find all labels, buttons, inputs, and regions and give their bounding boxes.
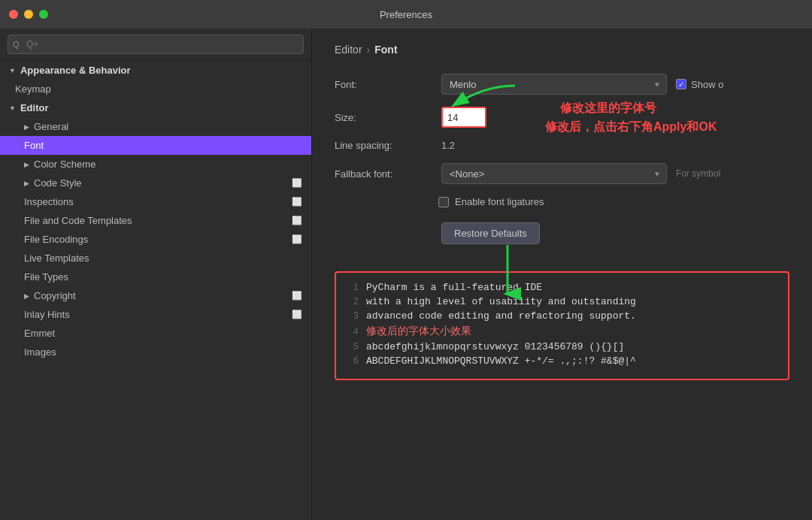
line-spacing-row: Line spacing: 1.2 — [335, 140, 789, 151]
preview-line-1: 1 PyCharm is a full-featured IDE — [348, 282, 776, 293]
breadcrumb: Editor › Font — [335, 44, 789, 56]
sidebar-item-font[interactable]: Font — [0, 136, 311, 155]
ligatures-row: Enable font ligatures — [335, 196, 789, 207]
sidebar-item-copyright[interactable]: ▶ Copyright ⬜ — [0, 286, 311, 305]
minimize-button[interactable] — [24, 10, 33, 19]
preview-box: 1 PyCharm is a full-featured IDE 2 with … — [335, 271, 789, 380]
sidebar-item-code-style[interactable]: ▶ Code Style ⬜ — [0, 174, 311, 192]
sidebar-item-emmet[interactable]: Emmet — [0, 324, 311, 343]
show-checkbox-area: ✓ Show o — [676, 79, 723, 90]
for-symbol-text: For symbol — [676, 168, 720, 179]
checkmark-icon: ✓ — [678, 80, 684, 89]
window-title: Preferences — [380, 9, 432, 20]
sidebar-item-inspections[interactable]: Inspections ⬜ — [0, 192, 311, 211]
fallback-label: Fallback font: — [335, 168, 432, 180]
sidebar: Q ▼ Appearance & Behavior Keymap ▼ Edito… — [0, 29, 312, 520]
sidebar-item-file-code-templates[interactable]: File and Code Templates ⬜ — [0, 211, 311, 230]
font-select-wrapper: Menlo ▼ — [441, 74, 667, 95]
preview-line-3: 3 advanced code editing and refactoring … — [348, 310, 776, 322]
copy-icon: ⬜ — [292, 310, 302, 319]
font-row: Font: Menlo ▼ ✓ Show o — [335, 74, 789, 95]
maximize-button[interactable] — [39, 10, 48, 19]
sidebar-item-file-types[interactable]: File Types — [0, 268, 311, 286]
expand-icon: ▶ — [24, 292, 29, 300]
sidebar-item-general[interactable]: ▶ General — [0, 117, 311, 136]
copy-icon: ⬜ — [292, 234, 302, 244]
window-controls — [9, 10, 48, 19]
size-label: Size: — [335, 112, 432, 123]
expand-icon: ▶ — [24, 180, 29, 187]
search-bar: Q — [0, 29, 311, 61]
preview-line-6: 6 ABCDEFGHIJKLMNOPQRSTUVWXYZ +-*/= .,;:!… — [348, 355, 776, 367]
sidebar-item-color-scheme[interactable]: ▶ Color Scheme — [0, 155, 311, 174]
expand-icon: ▶ — [24, 161, 29, 168]
search-input[interactable] — [8, 35, 304, 54]
sidebar-item-appearance[interactable]: ▼ Appearance & Behavior — [0, 61, 311, 80]
copy-icon: ⬜ — [292, 197, 302, 207]
fallback-select[interactable]: <None> — [441, 163, 667, 184]
sidebar-item-images[interactable]: Images — [0, 343, 311, 361]
line-spacing-label: Line spacing: — [335, 140, 432, 151]
copy-icon: ⬜ — [292, 216, 302, 225]
restore-defaults-button[interactable]: Restore Defaults — [441, 222, 540, 244]
line-spacing-value: 1.2 — [441, 140, 455, 151]
preview-line-2: 2 with a high level of usability and out… — [348, 296, 776, 307]
preview-line-5: 5 abcdefghijklmnopqrstuvwxyz 0123456789 … — [348, 341, 776, 352]
size-input[interactable] — [441, 107, 486, 128]
expand-icon: ▼ — [9, 67, 16, 74]
copy-icon: ⬜ — [292, 178, 302, 188]
fallback-row: Fallback font: <None> ▼ For symbol — [335, 163, 789, 184]
size-row-container: Size: 修改这里的字体号 修改后，点击右下角Apply和OK — [335, 107, 789, 128]
title-bar: Preferences — [0, 0, 812, 29]
sidebar-item-keymap[interactable]: Keymap — [0, 80, 311, 98]
ligatures-checkbox[interactable] — [438, 197, 449, 207]
sidebar-item-inlay-hints[interactable]: Inlay Hints ⬜ — [0, 305, 311, 324]
ligatures-label: Enable font ligatures — [455, 196, 544, 207]
arrow-down-svg — [485, 245, 545, 305]
sidebar-item-live-templates[interactable]: Live Templates — [0, 249, 311, 268]
show-checkbox[interactable]: ✓ — [676, 79, 686, 89]
copy-icon: ⬜ — [292, 291, 302, 301]
content-area: Editor › Font Font: Menlo ▼ ✓ Show o — [312, 29, 812, 520]
restore-area: Restore Defaults — [335, 222, 789, 259]
preview-line-4: 4 修改后的字体大小效果 — [348, 325, 776, 338]
sidebar-item-file-encodings[interactable]: File Encodings ⬜ — [0, 230, 311, 249]
expand-icon: ▶ — [24, 123, 29, 131]
fallback-select-wrapper: <None> ▼ — [441, 163, 667, 184]
size-row: Size: — [335, 107, 789, 128]
expand-icon: ▼ — [9, 104, 16, 112]
font-select[interactable]: Menlo — [441, 74, 667, 95]
font-label: Font: — [335, 79, 432, 90]
search-icon: Q — [13, 40, 20, 49]
close-button[interactable] — [9, 10, 18, 19]
sidebar-item-editor[interactable]: ▼ Editor — [0, 98, 311, 117]
